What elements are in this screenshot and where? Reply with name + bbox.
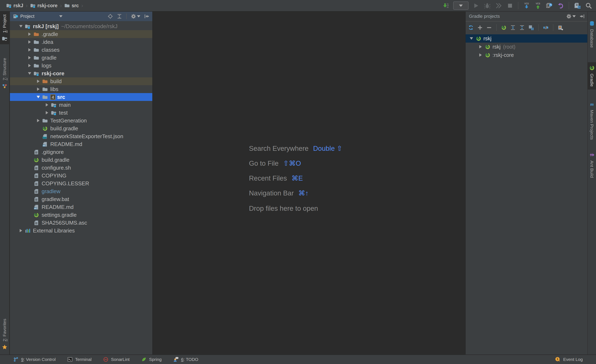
statusbar-item-todo[interactable]: 6: TODO (173, 357, 198, 362)
tree-row[interactable]: build.gradle (10, 124, 152, 132)
update-with-sources-button[interactable]: 011001 (442, 1, 450, 10)
tree-row[interactable]: gradle (10, 54, 152, 62)
tool-window-tab-favorites[interactable]: 2: Favorites (0, 316, 9, 353)
statusbar-item-sonarlint[interactable]: SonarLint (103, 357, 130, 362)
debug-button[interactable] (483, 1, 491, 10)
gradle-tree-row[interactable]: :rskj-core (466, 51, 587, 59)
tree-toggle[interactable] (26, 40, 33, 44)
tree-row[interactable]: .idea (10, 38, 152, 46)
tree-toggle[interactable] (26, 56, 33, 59)
tree-toggle[interactable] (17, 229, 24, 232)
run-button[interactable] (472, 1, 480, 10)
tree-row[interactable]: classes (10, 46, 152, 54)
hide-right-button[interactable] (580, 14, 585, 19)
tree-row[interactable]: gradlew.bat (10, 195, 152, 203)
tree-row[interactable]: COPYING (10, 172, 152, 180)
tree-toggle[interactable] (35, 80, 42, 83)
event-log-button[interactable]: 1Event Log (555, 357, 583, 362)
tree-row[interactable]: 4src (10, 93, 152, 101)
tree-row[interactable]: main (10, 101, 152, 109)
stop-button[interactable] (506, 1, 514, 10)
tree-toggle[interactable] (26, 64, 33, 67)
tree-row[interactable]: MDREADME.md (10, 203, 152, 211)
gear-button[interactable] (566, 14, 576, 19)
tree-toggle[interactable] (26, 48, 33, 51)
collapse-all-button[interactable] (519, 25, 525, 30)
project-tool-window-header[interactable]: Project (10, 12, 152, 21)
tree-row[interactable]: build (10, 77, 152, 85)
gradle-file-icon (484, 52, 491, 58)
local-history-button[interactable] (545, 1, 553, 10)
breadcrumb-item[interactable]: rskj-core (30, 3, 58, 8)
gradle-settings-button[interactable] (558, 25, 563, 30)
gear-button[interactable] (131, 14, 140, 19)
tree-toggle[interactable] (26, 72, 33, 75)
statusbar-item-terminal[interactable]: Terminal (67, 357, 91, 362)
gradle-tree-row[interactable]: rskj (466, 34, 587, 43)
run-coverage-button[interactable] (494, 1, 503, 10)
detach-project-button[interactable] (486, 25, 492, 30)
group-modules-button[interactable] (528, 25, 534, 30)
tree-toggle[interactable] (44, 111, 51, 114)
tree-row[interactable]: configure.sh (10, 164, 152, 172)
tree-toggle[interactable] (35, 87, 42, 91)
debug-icon (484, 2, 491, 9)
collapse-all-button[interactable] (117, 14, 122, 19)
tree-toggle[interactable] (26, 32, 33, 36)
hide-left-button[interactable] (144, 14, 149, 19)
gradle-tool-window-header[interactable]: Gradle projects (466, 12, 587, 22)
tree-toggle[interactable] (477, 53, 484, 57)
chevron-collapsed-icon (20, 229, 22, 232)
tree-toggle[interactable] (468, 37, 475, 40)
tree-row[interactable]: TestGeneration (10, 117, 152, 124)
tree-toggle[interactable] (17, 25, 24, 28)
statusbar-item-version-control[interactable]: 9: Version Control (13, 357, 56, 362)
breadcrumb-item[interactable]: rskJ (6, 3, 23, 8)
gear-icon (131, 14, 136, 19)
tree-item-label: COPYING (42, 173, 67, 179)
tree-row[interactable]: .gitignore (10, 148, 152, 156)
tree-row[interactable]: SHA256SUMS.asc (10, 219, 152, 227)
tree-toggle[interactable] (477, 45, 484, 48)
tree-row[interactable]: External Libraries (10, 227, 152, 234)
tree-row[interactable]: test (10, 109, 152, 117)
rollback-button[interactable] (557, 1, 565, 10)
expand-all-button[interactable] (510, 25, 516, 30)
search-everywhere-button[interactable] (584, 1, 593, 10)
tree-row[interactable]: logs (10, 62, 152, 70)
tree-row[interactable]: COPYING.LESSER (10, 180, 152, 187)
tree-row[interactable]: rskJ [rskj]~/Documents/code/rskJ (10, 22, 152, 30)
tree-row[interactable]: JSONnetworkStateExporterTest.json (10, 132, 152, 140)
chevron-down-icon[interactable] (59, 15, 62, 17)
tree-toggle[interactable] (35, 119, 42, 122)
attach-project-button[interactable] (477, 25, 483, 30)
run-gradle-task-button[interactable] (501, 25, 507, 30)
tree-row[interactable]: MDREADME.md (10, 140, 152, 148)
tool-window-tab-maven-projects[interactable]: mMaven Projects (588, 98, 596, 143)
tool-window-tab-project[interactable]: 1: Project (0, 12, 9, 44)
tree-toggle[interactable] (35, 96, 42, 98)
vcs-commit-button[interactable]: VCS (534, 1, 542, 10)
tree-row[interactable]: .gradle (10, 30, 152, 38)
refresh-gradle-button[interactable] (468, 25, 474, 30)
gradle-file-icon (484, 44, 491, 50)
tree-row[interactable]: build.gradle (10, 156, 152, 164)
tool-window-tab-gradle[interactable]: Gradle (588, 62, 596, 90)
vcs-update-button[interactable]: VCS (522, 1, 531, 10)
locate-button[interactable] (108, 14, 113, 19)
offline-mode-button[interactable] (543, 25, 549, 30)
tool-window-tab-ant-build[interactable]: Ant Build (588, 149, 596, 181)
statusbar-item-spring[interactable]: Spring (141, 357, 162, 362)
tree-row[interactable]: libs (10, 85, 152, 93)
tree-item-path: ~/Documents/code/rskJ (61, 23, 117, 29)
tool-window-tab-structure[interactable]: 7: Structure (0, 55, 9, 92)
gradle-tree-row[interactable]: rskj(root) (466, 43, 587, 51)
tree-row[interactable]: settings.gradle (10, 211, 152, 219)
project-structure-button[interactable] (573, 1, 581, 10)
tree-row[interactable]: rskj-core (10, 70, 152, 77)
breadcrumb-item[interactable]: src (64, 3, 79, 8)
tree-toggle[interactable] (44, 103, 51, 107)
tool-window-tab-database[interactable]: Database (588, 18, 596, 51)
run-configuration-select[interactable] (453, 1, 469, 10)
tree-row[interactable]: gradlew (10, 187, 152, 195)
